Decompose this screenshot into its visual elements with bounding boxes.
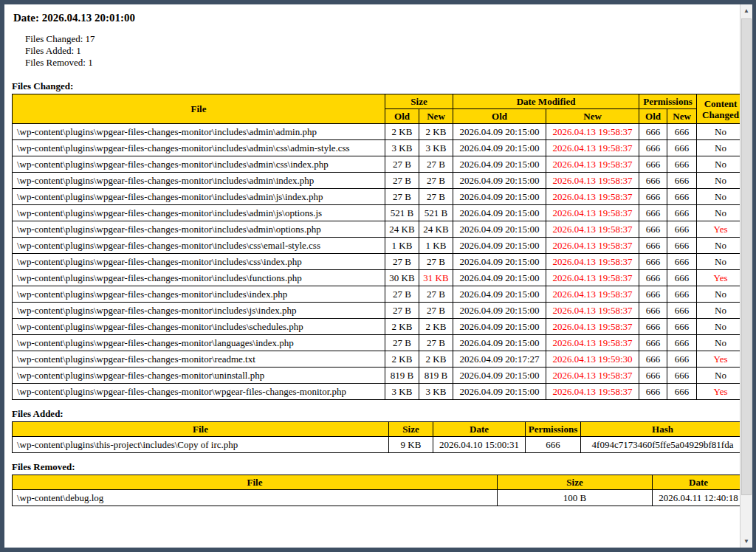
col-header-size-old: Old bbox=[385, 109, 419, 124]
col-header-perm-old: Old bbox=[639, 109, 667, 124]
size-old-cell: 2 KB bbox=[385, 319, 419, 335]
content-changed-cell: No bbox=[697, 156, 740, 173]
window-frame: Date: 2026.04.13 20:01:00 Files Changed:… bbox=[0, 0, 756, 552]
date-old-cell: 2026.04.09 20:15:00 bbox=[453, 335, 546, 351]
content-changed-cell: No bbox=[697, 140, 740, 156]
size-old-cell: 2 KB bbox=[385, 351, 419, 368]
files-changed-title: Files Changed: bbox=[12, 80, 732, 92]
size-new-cell: 3 KB bbox=[419, 140, 453, 156]
size-new-cell: 1 KB bbox=[419, 238, 453, 254]
content-changed-cell: No bbox=[697, 189, 740, 205]
size-new-cell: 27 B bbox=[419, 303, 453, 319]
table-row: \wp-content\plugins\wpgear-files-changes… bbox=[13, 368, 740, 384]
file-path-cell: \wp-content\plugins\wpgear-files-changes… bbox=[13, 156, 385, 173]
size-new-cell: 2 KB bbox=[419, 124, 453, 140]
content-changed-cell: No bbox=[697, 286, 740, 303]
col-header-perm-new: New bbox=[667, 109, 697, 124]
col-header-size: Size bbox=[498, 475, 653, 490]
scrollbar-thumb[interactable] bbox=[741, 18, 752, 495]
date-old-cell: 2026.04.09 20:15:00 bbox=[453, 319, 546, 335]
permissions-new-cell: 666 bbox=[667, 205, 697, 221]
size-new-cell: 27 B bbox=[419, 156, 453, 173]
permissions-new-cell: 666 bbox=[667, 156, 697, 173]
summary-files-removed: Files Removed: 1 bbox=[25, 57, 732, 69]
size-new-cell: 27 B bbox=[419, 335, 453, 351]
file-path-cell: \wp-content\plugins\wpgear-files-changes… bbox=[13, 254, 385, 270]
scrollbar-down-arrow-icon[interactable]: ▼ bbox=[740, 535, 752, 548]
size-new-cell: 27 B bbox=[419, 173, 453, 189]
file-path-cell: \wp-content\plugins\wpgear-files-changes… bbox=[13, 351, 385, 368]
permissions-old-cell: 666 bbox=[639, 335, 667, 351]
date-old-cell: 2026.04.09 20:15:00 bbox=[453, 254, 546, 270]
col-header-file: File bbox=[13, 475, 498, 490]
permissions-new-cell: 666 bbox=[667, 335, 697, 351]
date-new-cell: 2026.04.13 19:58:37 bbox=[546, 124, 639, 140]
size-old-cell: 27 B bbox=[385, 173, 419, 189]
table-row: \wp-content\plugins\wpgear-files-changes… bbox=[13, 270, 740, 286]
size-old-cell: 27 B bbox=[385, 335, 419, 351]
permissions-old-cell: 666 bbox=[639, 368, 667, 384]
date-new-cell: 2026.04.13 19:58:37 bbox=[546, 303, 639, 319]
report-page: Date: 2026.04.13 20:01:00 Files Changed:… bbox=[4, 4, 740, 548]
permissions-new-cell: 666 bbox=[667, 368, 697, 384]
scrollbar-up-arrow-icon[interactable]: ▲ bbox=[740, 4, 752, 17]
date-new-cell: 2026.04.13 19:58:37 bbox=[546, 205, 639, 221]
table-row: \wp-content\plugins\wpgear-files-changes… bbox=[13, 286, 740, 303]
date-new-cell: 2026.04.13 19:58:37 bbox=[546, 189, 639, 205]
file-path-cell: \wp-content\plugins\wpgear-files-changes… bbox=[13, 189, 385, 205]
permissions-old-cell: 666 bbox=[639, 221, 667, 238]
size-cell: 100 B bbox=[498, 490, 653, 506]
size-new-cell: 24 KB bbox=[419, 221, 453, 238]
vertical-scrollbar[interactable]: ▲ ▼ bbox=[740, 4, 752, 548]
files-removed-title: Files Removed: bbox=[12, 461, 732, 473]
file-path-cell: \wp-content\plugins\this-project\include… bbox=[13, 437, 389, 453]
hash-cell: 4f094c7173460f5ffe5a04929bf81fda bbox=[581, 437, 740, 453]
size-old-cell: 27 B bbox=[385, 189, 419, 205]
size-new-cell: 31 KB bbox=[419, 270, 453, 286]
date-old-cell: 2026.04.09 20:15:00 bbox=[453, 303, 546, 319]
date-new-cell: 2026.04.13 19:58:37 bbox=[546, 140, 639, 156]
date-old-cell: 2026.04.09 20:17:27 bbox=[453, 351, 546, 368]
content-changed-cell: No bbox=[697, 205, 740, 221]
size-old-cell: 27 B bbox=[385, 286, 419, 303]
date-new-cell: 2026.04.13 19:58:37 bbox=[546, 173, 639, 189]
table-row: \wp-content\plugins\wpgear-files-changes… bbox=[13, 156, 740, 173]
scrollbar-track[interactable] bbox=[740, 17, 752, 535]
date-old-cell: 2026.04.09 20:15:00 bbox=[453, 221, 546, 238]
summary-files-added: Files Added: 1 bbox=[25, 45, 732, 57]
date-old-cell: 2026.04.09 20:15:00 bbox=[453, 173, 546, 189]
file-path-cell: \wp-content\plugins\wpgear-files-changes… bbox=[13, 303, 385, 319]
permissions-old-cell: 666 bbox=[639, 156, 667, 173]
content-changed-cell: Yes bbox=[697, 221, 740, 238]
date-new-cell: 2026.04.13 19:58:37 bbox=[546, 221, 639, 238]
table-row: \wp-content\plugins\wpgear-files-changes… bbox=[13, 124, 740, 140]
file-path-cell: \wp-content\plugins\wpgear-files-changes… bbox=[13, 270, 385, 286]
date-new-cell: 2026.04.13 19:58:37 bbox=[546, 286, 639, 303]
col-header-date: Date bbox=[653, 475, 740, 490]
size-old-cell: 27 B bbox=[385, 156, 419, 173]
content-changed-cell: No bbox=[697, 173, 740, 189]
file-path-cell: \wp-content\plugins\wpgear-files-changes… bbox=[13, 205, 385, 221]
date-old-cell: 2026.04.09 20:15:00 bbox=[453, 189, 546, 205]
col-header-size: Size bbox=[389, 422, 433, 437]
table-row: \wp-content\plugins\wpgear-files-changes… bbox=[13, 221, 740, 238]
file-path-cell: \wp-content\plugins\wpgear-files-changes… bbox=[13, 286, 385, 303]
file-path-cell: \wp-content\debug.log bbox=[13, 490, 498, 506]
date-old-cell: 2026.04.09 20:15:00 bbox=[453, 286, 546, 303]
summary-files-changed: Files Changed: 17 bbox=[25, 33, 732, 45]
permissions-old-cell: 666 bbox=[639, 319, 667, 335]
size-old-cell: 30 KB bbox=[385, 270, 419, 286]
size-old-cell: 2 KB bbox=[385, 124, 419, 140]
permissions-new-cell: 666 bbox=[667, 238, 697, 254]
size-old-cell: 1 KB bbox=[385, 238, 419, 254]
size-old-cell: 27 B bbox=[385, 254, 419, 270]
col-header-date-new: New bbox=[546, 109, 639, 124]
permissions-old-cell: 666 bbox=[639, 238, 667, 254]
size-new-cell: 27 B bbox=[419, 286, 453, 303]
permissions-new-cell: 666 bbox=[667, 254, 697, 270]
file-path-cell: \wp-content\plugins\wpgear-files-changes… bbox=[13, 238, 385, 254]
size-old-cell: 3 KB bbox=[385, 384, 419, 400]
size-new-cell: 2 KB bbox=[419, 351, 453, 368]
content-changed-cell: Yes bbox=[697, 351, 740, 368]
size-new-cell: 2 KB bbox=[419, 319, 453, 335]
